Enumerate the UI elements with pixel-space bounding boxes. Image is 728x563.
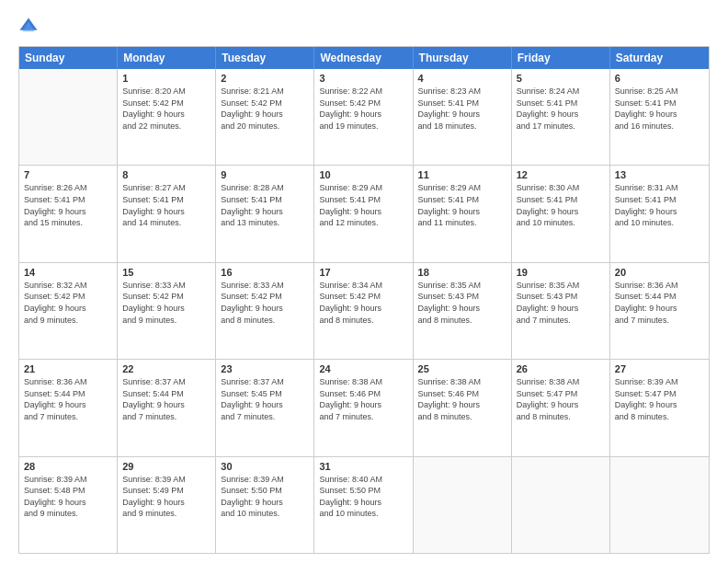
cal-cell: 22Sunrise: 8:37 AM Sunset: 5:44 PM Dayli…	[118, 360, 216, 455]
cell-content: Sunrise: 8:35 AM Sunset: 5:43 PM Dayligh…	[418, 280, 506, 326]
day-number: 8	[122, 169, 210, 180]
logo-icon	[18, 17, 39, 37]
cal-cell: 6Sunrise: 8:25 AM Sunset: 5:41 PM Daylig…	[610, 69, 709, 165]
header-day-tuesday: Tuesday	[216, 47, 314, 69]
cal-cell: 27Sunrise: 8:39 AM Sunset: 5:47 PM Dayli…	[610, 360, 709, 455]
day-number: 23	[221, 363, 309, 374]
cell-content: Sunrise: 8:36 AM Sunset: 5:44 PM Dayligh…	[24, 376, 112, 422]
day-number: 9	[221, 169, 309, 180]
cell-content: Sunrise: 8:32 AM Sunset: 5:42 PM Dayligh…	[24, 280, 112, 326]
cell-content: Sunrise: 8:23 AM Sunset: 5:41 PM Dayligh…	[418, 86, 506, 132]
cal-cell: 3Sunrise: 8:22 AM Sunset: 5:42 PM Daylig…	[314, 69, 413, 165]
day-number: 14	[24, 267, 112, 278]
cal-cell: 10Sunrise: 8:29 AM Sunset: 5:41 PM Dayli…	[314, 166, 413, 261]
cal-cell: 18Sunrise: 8:35 AM Sunset: 5:43 PM Dayli…	[414, 263, 512, 359]
day-number: 10	[319, 169, 407, 180]
cal-cell	[414, 457, 512, 553]
day-number: 15	[122, 267, 210, 278]
page: SundayMondayTuesdayWednesdayThursdayFrid…	[0, 0, 728, 563]
header-day-sunday: Sunday	[19, 47, 118, 69]
cal-cell: 24Sunrise: 8:38 AM Sunset: 5:46 PM Dayli…	[314, 360, 413, 455]
day-number: 20	[615, 267, 704, 278]
cell-content: Sunrise: 8:39 AM Sunset: 5:48 PM Dayligh…	[24, 474, 112, 520]
day-number: 6	[615, 73, 704, 84]
cal-cell: 17Sunrise: 8:34 AM Sunset: 5:42 PM Dayli…	[314, 263, 413, 359]
cal-cell: 15Sunrise: 8:33 AM Sunset: 5:42 PM Dayli…	[118, 263, 216, 359]
day-number: 22	[122, 363, 210, 374]
calendar-header: SundayMondayTuesdayWednesdayThursdayFrid…	[19, 47, 709, 69]
cal-cell: 21Sunrise: 8:36 AM Sunset: 5:44 PM Dayli…	[19, 360, 118, 455]
cell-content: Sunrise: 8:37 AM Sunset: 5:45 PM Dayligh…	[221, 376, 309, 422]
header-day-monday: Monday	[118, 47, 216, 69]
day-number: 17	[319, 267, 407, 278]
cell-content: Sunrise: 8:28 AM Sunset: 5:41 PM Dayligh…	[221, 182, 309, 228]
cell-content: Sunrise: 8:20 AM Sunset: 5:42 PM Dayligh…	[122, 86, 210, 132]
cal-cell: 19Sunrise: 8:35 AM Sunset: 5:43 PM Dayli…	[512, 263, 610, 359]
cell-content: Sunrise: 8:30 AM Sunset: 5:41 PM Dayligh…	[517, 182, 605, 228]
cal-cell: 23Sunrise: 8:37 AM Sunset: 5:45 PM Dayli…	[216, 360, 314, 455]
calendar-body: 1Sunrise: 8:20 AM Sunset: 5:42 PM Daylig…	[19, 69, 709, 553]
day-number: 4	[418, 73, 506, 84]
header	[18, 17, 710, 37]
day-number: 30	[221, 461, 309, 472]
cal-cell: 16Sunrise: 8:33 AM Sunset: 5:42 PM Dayli…	[216, 263, 314, 359]
cell-content: Sunrise: 8:25 AM Sunset: 5:41 PM Dayligh…	[615, 86, 704, 132]
cell-content: Sunrise: 8:39 AM Sunset: 5:50 PM Dayligh…	[221, 474, 309, 520]
cell-content: Sunrise: 8:21 AM Sunset: 5:42 PM Dayligh…	[221, 86, 309, 132]
cell-content: Sunrise: 8:29 AM Sunset: 5:41 PM Dayligh…	[319, 182, 407, 228]
cell-content: Sunrise: 8:38 AM Sunset: 5:46 PM Dayligh…	[418, 376, 506, 422]
header-day-saturday: Saturday	[610, 47, 709, 69]
cal-cell: 26Sunrise: 8:38 AM Sunset: 5:47 PM Dayli…	[512, 360, 610, 455]
calendar-row-3: 21Sunrise: 8:36 AM Sunset: 5:44 PM Dayli…	[19, 359, 709, 455]
cal-cell: 2Sunrise: 8:21 AM Sunset: 5:42 PM Daylig…	[216, 69, 314, 165]
cal-cell: 30Sunrise: 8:39 AM Sunset: 5:50 PM Dayli…	[216, 457, 314, 553]
day-number: 25	[418, 363, 506, 374]
day-number: 18	[418, 267, 506, 278]
cell-content: Sunrise: 8:35 AM Sunset: 5:43 PM Dayligh…	[517, 280, 605, 326]
cal-cell	[512, 457, 610, 553]
cal-cell: 20Sunrise: 8:36 AM Sunset: 5:44 PM Dayli…	[610, 263, 709, 359]
day-number: 2	[221, 73, 309, 84]
cell-content: Sunrise: 8:37 AM Sunset: 5:44 PM Dayligh…	[122, 376, 210, 422]
calendar-row-1: 7Sunrise: 8:26 AM Sunset: 5:41 PM Daylig…	[19, 165, 709, 261]
cell-content: Sunrise: 8:38 AM Sunset: 5:46 PM Dayligh…	[319, 376, 407, 422]
day-number: 1	[122, 73, 210, 84]
cal-cell: 7Sunrise: 8:26 AM Sunset: 5:41 PM Daylig…	[19, 166, 118, 261]
cell-content: Sunrise: 8:38 AM Sunset: 5:47 PM Dayligh…	[517, 376, 605, 422]
cell-content: Sunrise: 8:29 AM Sunset: 5:41 PM Dayligh…	[418, 182, 506, 228]
cal-cell: 5Sunrise: 8:24 AM Sunset: 5:41 PM Daylig…	[512, 69, 610, 165]
day-number: 28	[24, 461, 112, 472]
cell-content: Sunrise: 8:26 AM Sunset: 5:41 PM Dayligh…	[24, 182, 112, 228]
calendar-row-2: 14Sunrise: 8:32 AM Sunset: 5:42 PM Dayli…	[19, 262, 709, 359]
day-number: 31	[319, 461, 407, 472]
day-number: 7	[24, 169, 112, 180]
header-day-thursday: Thursday	[414, 47, 512, 69]
day-number: 11	[418, 169, 506, 180]
cal-cell: 1Sunrise: 8:20 AM Sunset: 5:42 PM Daylig…	[118, 69, 216, 165]
cal-cell: 13Sunrise: 8:31 AM Sunset: 5:41 PM Dayli…	[610, 166, 709, 261]
day-number: 12	[517, 169, 605, 180]
day-number: 24	[319, 363, 407, 374]
cell-content: Sunrise: 8:36 AM Sunset: 5:44 PM Dayligh…	[615, 280, 704, 326]
calendar-row-4: 28Sunrise: 8:39 AM Sunset: 5:48 PM Dayli…	[19, 456, 709, 553]
day-number: 3	[319, 73, 407, 84]
cal-cell: 25Sunrise: 8:38 AM Sunset: 5:46 PM Dayli…	[414, 360, 512, 455]
day-number: 27	[615, 363, 704, 374]
cal-cell: 14Sunrise: 8:32 AM Sunset: 5:42 PM Dayli…	[19, 263, 118, 359]
day-number: 16	[221, 267, 309, 278]
cell-content: Sunrise: 8:27 AM Sunset: 5:41 PM Dayligh…	[122, 182, 210, 228]
header-day-wednesday: Wednesday	[314, 47, 413, 69]
cal-cell: 4Sunrise: 8:23 AM Sunset: 5:41 PM Daylig…	[414, 69, 512, 165]
cal-cell: 11Sunrise: 8:29 AM Sunset: 5:41 PM Dayli…	[414, 166, 512, 261]
logo	[18, 17, 42, 37]
cell-content: Sunrise: 8:24 AM Sunset: 5:41 PM Dayligh…	[517, 86, 605, 132]
cell-content: Sunrise: 8:22 AM Sunset: 5:42 PM Dayligh…	[319, 86, 407, 132]
cell-content: Sunrise: 8:31 AM Sunset: 5:41 PM Dayligh…	[615, 182, 704, 228]
day-number: 19	[517, 267, 605, 278]
header-day-friday: Friday	[512, 47, 610, 69]
day-number: 26	[517, 363, 605, 374]
cal-cell	[19, 69, 118, 165]
cell-content: Sunrise: 8:33 AM Sunset: 5:42 PM Dayligh…	[221, 280, 309, 326]
day-number: 5	[517, 73, 605, 84]
cal-cell: 29Sunrise: 8:39 AM Sunset: 5:49 PM Dayli…	[118, 457, 216, 553]
